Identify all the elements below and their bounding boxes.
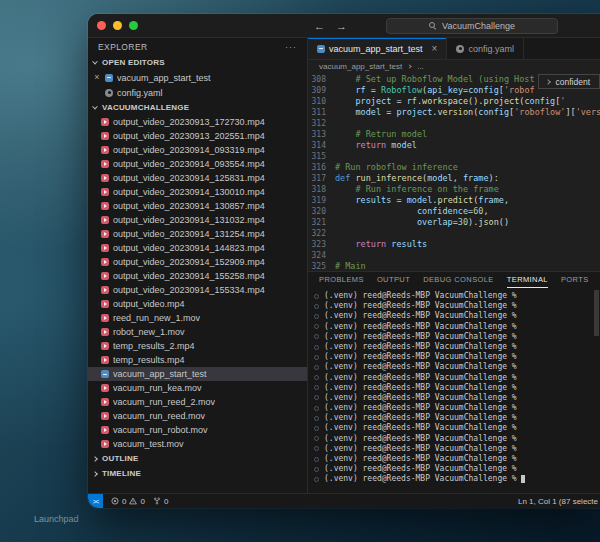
video-icon (101, 286, 109, 294)
breadcrumb[interactable]: vacuum_app_start_test ... (308, 60, 600, 73)
chevron-down-icon (92, 58, 98, 64)
command-decoration-icon[interactable] (314, 324, 319, 329)
remote-indicator[interactable]: >< (88, 494, 103, 508)
file-item[interactable]: reed_run_new_1.mov (88, 311, 307, 325)
line-number: 320 (308, 206, 335, 217)
panel-tab-output[interactable]: OUTPUT (377, 272, 410, 288)
file-item[interactable]: vacuum_app_start_test (88, 367, 307, 381)
code-editor[interactable]: 308 # Set up Roboflow Model (using Host3… (308, 73, 600, 271)
file-item[interactable]: output_video.mp4 (88, 297, 307, 311)
panel-tab-debug-console[interactable]: DEBUG CONSOLE (423, 272, 494, 288)
code-line: 322 (308, 228, 600, 239)
editor-area: vacuum_app_start_test×config.yaml vacuum… (308, 38, 600, 493)
breadcrumb-file[interactable]: vacuum_app_start_test (319, 62, 402, 71)
terminal-prompt-text: (.venv) reed@Reeds-MBP VacuumChallenge % (324, 413, 517, 423)
line-number: 324 (308, 250, 335, 261)
command-decoration-icon[interactable] (314, 365, 319, 370)
file-name: output_video_20230914_093554.mp4 (113, 159, 265, 169)
file-item[interactable]: output_video_20230914_093319.mp4 (88, 143, 307, 157)
command-center[interactable]: VacuumChallenge (386, 18, 558, 34)
panel-tab-ports[interactable]: PORTS (561, 272, 589, 288)
project-folder-header[interactable]: VACUUMCHALLENGE (88, 100, 307, 115)
file-name: output_video_20230914_155258.mp4 (113, 271, 265, 281)
terminal-prompt-text: (.venv) reed@Reeds-MBP VacuumChallenge % (324, 362, 517, 372)
command-decoration-icon[interactable] (314, 406, 319, 411)
problems-status[interactable]: 0 0 (111, 497, 145, 506)
file-item[interactable]: vacuum_test.mov (88, 437, 307, 451)
close-editor-icon[interactable]: × (93, 73, 101, 82)
file-item[interactable]: output_video_20230914_130010.mp4 (88, 185, 307, 199)
command-decoration-icon[interactable] (314, 314, 319, 319)
command-decoration-icon[interactable] (314, 385, 319, 390)
file-item[interactable]: temp_results_2.mp4 (88, 339, 307, 353)
file-item[interactable]: output_video_20230914_093554.mp4 (88, 157, 307, 171)
command-decoration-icon[interactable] (314, 375, 319, 380)
terminal[interactable]: (.venv) reed@Reeds-MBP VacuumChallenge %… (308, 288, 600, 493)
file-item[interactable]: output_video_20230913_172730.mp4 (88, 115, 307, 129)
video-icon (101, 314, 109, 322)
file-item[interactable]: output_video_20230913_202551.mp4 (88, 129, 307, 143)
file-item[interactable]: vacuum_run_robot.mov (88, 423, 307, 437)
close-tab-icon[interactable]: × (432, 43, 438, 54)
file-item[interactable]: vacuum_run_kea.mov (88, 381, 307, 395)
terminal-prompt-text: (.venv) reed@Reeds-MBP VacuumChallenge % (324, 393, 517, 403)
code-line: 314 return model (308, 140, 600, 151)
file-item[interactable]: output_video_20230914_144823.mp4 (88, 241, 307, 255)
suggest-widget[interactable]: confident (538, 74, 600, 89)
file-item[interactable]: output_video_20230914_130857.mp4 (88, 199, 307, 213)
panel-tab-problems[interactable]: PROBLEMS (319, 272, 364, 288)
open-editors-header[interactable]: OPEN EDITORS (88, 55, 307, 70)
maximize-window-button[interactable] (129, 21, 138, 30)
command-decoration-icon[interactable] (314, 294, 319, 299)
file-item[interactable]: output_video_20230914_131032.mp4 (88, 213, 307, 227)
command-decoration-icon[interactable] (314, 355, 319, 360)
breadcrumb-more[interactable]: ... (417, 62, 424, 71)
forks-status[interactable]: 0 (153, 497, 168, 506)
terminal-scrollbar[interactable] (594, 290, 599, 336)
file-item[interactable]: output_video_20230914_155334.mp4 (88, 283, 307, 297)
open-editor-item[interactable]: ×vacuum_app_start_test (88, 70, 307, 85)
explorer-more-icon[interactable]: ··· (285, 42, 297, 52)
yaml-icon (456, 45, 464, 53)
tab-vacuum_app_start_test[interactable]: vacuum_app_start_test× (308, 38, 447, 59)
window-controls (97, 21, 138, 30)
file-item[interactable]: output_video_20230914_155258.mp4 (88, 269, 307, 283)
go-back-icon[interactable]: ← (314, 20, 325, 32)
launchpad-label[interactable]: Launchpad (34, 514, 79, 524)
timeline-header[interactable]: TIMELINE (88, 466, 307, 481)
video-icon (101, 160, 109, 168)
command-decoration-icon[interactable] (314, 446, 319, 451)
minimize-window-button[interactable] (113, 21, 122, 30)
tab-config.yaml[interactable]: config.yaml (447, 38, 524, 59)
panel-tab-terminal[interactable]: TERMINAL (507, 272, 548, 288)
outline-header[interactable]: OUTLINE (88, 451, 307, 466)
file-item[interactable]: temp_results.mp4 (88, 353, 307, 367)
command-decoration-icon[interactable] (314, 395, 319, 400)
command-decoration-icon[interactable] (314, 477, 319, 482)
command-decoration-icon[interactable] (314, 345, 319, 350)
command-decoration-icon[interactable] (314, 467, 319, 472)
command-decoration-icon[interactable] (314, 416, 319, 421)
file-item[interactable]: vacuum_run_reed.mov (88, 409, 307, 423)
command-decoration-icon[interactable] (314, 304, 319, 309)
go-forward-icon[interactable]: → (336, 20, 347, 32)
file-name: vacuum_app_start_test (113, 369, 207, 379)
command-decoration-icon[interactable] (314, 436, 319, 441)
code-line: 311 model = project.version(config['robo… (308, 107, 600, 118)
open-editor-item[interactable]: config.yaml (88, 85, 307, 100)
line-number: 322 (308, 228, 335, 239)
file-item[interactable]: vacuum_run_reed_2.mov (88, 395, 307, 409)
file-item[interactable]: output_video_20230914_131254.mp4 (88, 227, 307, 241)
cursor-position[interactable]: Ln 1, Col 1 (87 selecte (518, 497, 600, 506)
file-name: vacuum_run_robot.mov (113, 425, 208, 435)
terminal-line: (.venv) reed@Reeds-MBP VacuumChallenge % (314, 454, 600, 464)
command-decoration-icon[interactable] (314, 334, 319, 339)
file-item[interactable]: output_video_20230914_125831.mp4 (88, 171, 307, 185)
command-decoration-icon[interactable] (314, 426, 319, 431)
terminal-line: (.venv) reed@Reeds-MBP VacuumChallenge % (314, 444, 600, 454)
command-decoration-icon[interactable] (314, 457, 319, 462)
file-item[interactable]: robot_new_1.mov (88, 325, 307, 339)
file-item[interactable]: output_video_20230914_152909.mp4 (88, 255, 307, 269)
warning-count: 0 (140, 497, 144, 506)
close-window-button[interactable] (97, 21, 106, 30)
